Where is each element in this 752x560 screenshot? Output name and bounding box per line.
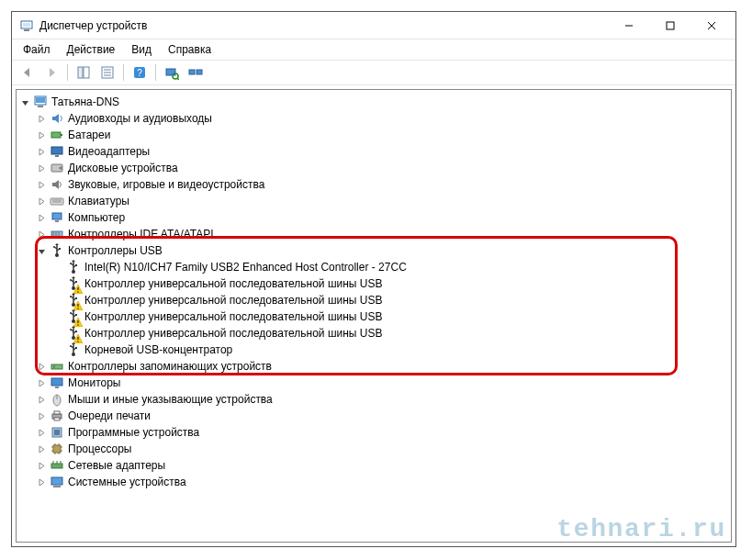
menubar: Файл Действие Вид Справка (12, 39, 735, 60)
expand-icon[interactable] (35, 112, 48, 125)
tree-category-2[interactable]: Видеоадаптеры (18, 143, 729, 160)
menu-view[interactable]: Вид (124, 41, 159, 58)
node-label: Контроллеры IDE ATA/ATAPI (68, 228, 214, 241)
tree-device-8-1[interactable]: Контроллер универсальной последовательно… (18, 275, 729, 292)
tree-device-8-0[interactable]: Intel(R) N10/ICH7 Family USB2 Enhanced H… (18, 259, 729, 275)
expand-icon[interactable] (35, 393, 48, 406)
tree-device-8-4[interactable]: Контроллер универсальной последовательно… (18, 325, 729, 342)
node-label: Контроллер универсальной последовательно… (84, 294, 382, 307)
expand-icon[interactable] (35, 442, 48, 455)
node-label: Татьяна-DNS (51, 95, 119, 108)
menu-help[interactable]: Справка (161, 41, 219, 58)
usb-icon (66, 309, 81, 324)
scan-hardware-button[interactable] (162, 62, 182, 83)
svg-rect-99 (53, 486, 61, 487)
audio-icon (50, 111, 64, 126)
expander-spacer (51, 343, 64, 356)
usb-icon (66, 342, 81, 357)
expand-icon[interactable] (35, 145, 48, 158)
display-adapter-icon (50, 144, 64, 159)
show-hidden-button[interactable] (185, 62, 206, 83)
svg-point-40 (53, 246, 55, 248)
expand-icon[interactable] (35, 129, 48, 141)
nav-back-button[interactable] (17, 62, 38, 83)
maximize-button[interactable] (649, 13, 690, 39)
expand-icon[interactable] (35, 195, 48, 207)
node-label: Контроллер универсальной последовательно… (84, 310, 382, 323)
tree-category-4[interactable]: Звуковые, игровые и видеоустройства (18, 176, 729, 193)
svg-rect-19 (196, 70, 202, 74)
tree-category-11[interactable]: Мыши и иные указывающие устройства (18, 391, 729, 408)
expand-icon[interactable] (35, 178, 48, 191)
svg-point-75 (53, 366, 55, 368)
collapse-icon[interactable] (18, 95, 31, 108)
tree-category-12[interactable]: Очереди печати (18, 408, 729, 424)
minimize-button[interactable] (608, 13, 649, 39)
tree-device-8-5[interactable]: Корневой USB-концентратор (18, 342, 729, 358)
svg-rect-82 (54, 418, 60, 420)
svg-rect-21 (36, 97, 45, 103)
tree-category-7[interactable]: Контроллеры IDE ATA/ATAPI (18, 226, 729, 242)
expand-icon[interactable] (35, 228, 48, 241)
svg-rect-41 (59, 248, 61, 250)
usb-icon (66, 326, 81, 341)
expand-icon[interactable] (35, 476, 48, 488)
menu-file[interactable]: Файл (16, 41, 58, 58)
expand-icon[interactable] (35, 376, 48, 389)
tree-category-10[interactable]: Мониторы (18, 375, 729, 391)
tree-category-0[interactable]: Аудиовходы и аудиовыходы (18, 110, 729, 127)
printer-icon (50, 409, 64, 423)
expander-spacer (51, 277, 64, 290)
svg-rect-8 (84, 67, 89, 78)
tree-category-13[interactable]: Программные устройства (18, 424, 729, 441)
toolbar-separator (123, 64, 124, 81)
tree-category-14[interactable]: Процессоры (18, 441, 729, 457)
expand-icon[interactable] (35, 211, 48, 224)
tree-root[interactable]: Татьяна-DNS (18, 94, 729, 110)
show-tree-button[interactable] (73, 62, 94, 83)
tree-category-8[interactable]: Контроллеры USB (18, 242, 729, 259)
node-label: Контроллеры запоминающих устройств (68, 360, 272, 373)
nav-forward-button[interactable] (41, 62, 62, 83)
tree-category-16[interactable]: Системные устройства (18, 474, 729, 490)
svg-rect-85 (53, 445, 61, 453)
svg-point-44 (70, 263, 72, 264)
node-label: Звуковые, игровые и видеоустройства (68, 178, 264, 191)
disk-icon (50, 161, 64, 175)
tree-category-15[interactable]: Сетевые адаптеры (18, 457, 729, 474)
close-button[interactable] (690, 13, 732, 39)
svg-rect-45 (75, 264, 77, 266)
expander-spacer (51, 310, 64, 323)
expand-icon[interactable] (35, 162, 48, 174)
expand-icon[interactable] (35, 459, 48, 472)
warning-overlay-icon (73, 284, 83, 293)
svg-rect-94 (51, 464, 62, 468)
svg-point-28 (60, 167, 62, 170)
tree-category-5[interactable]: Клавиатуры (18, 193, 729, 209)
usb-icon (66, 293, 81, 308)
expand-icon[interactable] (35, 426, 48, 439)
node-label: Контроллер универсальной последовательно… (84, 327, 382, 340)
tree-category-1[interactable]: Батареи (18, 127, 729, 143)
help-button[interactable]: ? (129, 62, 150, 83)
svg-point-48 (70, 279, 72, 281)
tree-device-8-2[interactable]: Контроллер универсальной последовательно… (18, 292, 729, 308)
svg-rect-67 (75, 330, 77, 332)
device-tree[interactable]: Татьяна-DNSАудиовходы и аудиовыходыБатар… (16, 89, 732, 543)
svg-rect-32 (52, 213, 62, 219)
titlebar[interactable]: Диспетчер устройств (12, 12, 735, 39)
properties-button[interactable] (97, 62, 118, 83)
collapse-icon[interactable] (35, 244, 48, 257)
tree-device-8-3[interactable]: Контроллер универсальной последовательно… (18, 308, 729, 325)
system-icon (50, 475, 64, 489)
expand-icon[interactable] (35, 360, 48, 373)
node-label: Intel(R) N10/ICH7 Family USB2 Enhanced H… (84, 261, 407, 274)
menu-action[interactable]: Действие (60, 41, 123, 58)
tree-category-3[interactable]: Дисковые устройства (18, 160, 729, 176)
tree-category-6[interactable]: Компьютер (18, 209, 729, 226)
computer-icon (33, 95, 48, 109)
node-label: Программные устройства (68, 426, 199, 439)
tree-category-9[interactable]: Контроллеры запоминающих устройств (18, 358, 729, 375)
expand-icon[interactable] (35, 409, 48, 422)
svg-rect-98 (51, 477, 62, 485)
